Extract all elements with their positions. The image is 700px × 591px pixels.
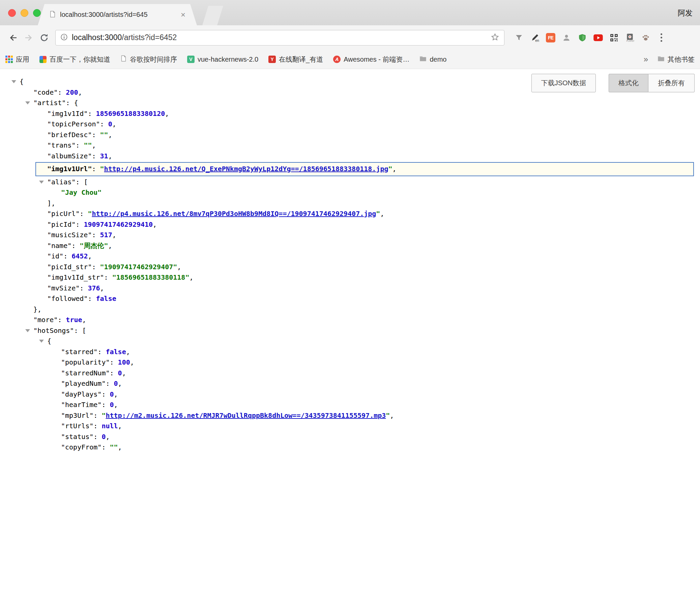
bookmark-item-apps[interactable]: 应用 bbox=[5, 55, 29, 64]
collapse-all-button[interactable]: 折叠所有 bbox=[648, 74, 695, 92]
translate-pen-icon[interactable]: en bbox=[529, 32, 541, 43]
reload-button[interactable] bbox=[36, 30, 52, 45]
bookmarks-bar: 应用 百度一下，你就知道 谷歌按时间排序 V vue-hackernews-2.… bbox=[0, 50, 700, 69]
json-line: "id": 6452, bbox=[0, 251, 700, 262]
json-line: ], bbox=[0, 198, 700, 209]
browser-tab[interactable]: localhost:3000/artists?id=645 × bbox=[38, 4, 197, 25]
fe-icon[interactable]: FE bbox=[545, 32, 556, 43]
bookmark-item-demo[interactable]: demo bbox=[419, 55, 446, 63]
collapse-arrow-icon[interactable] bbox=[11, 80, 16, 83]
json-line: "picId_str": "19097417462929407", bbox=[0, 262, 700, 273]
json-line: "img1v1Id_str": "18569651883380118", bbox=[0, 272, 700, 283]
window-controls bbox=[8, 9, 41, 17]
apps-grid-icon bbox=[5, 56, 13, 63]
json-line: "topicPerson": 0, bbox=[0, 119, 700, 130]
bookmark-label: 百度一下，你就知道 bbox=[50, 55, 110, 64]
other-bookmarks-label: 其他书签 bbox=[668, 55, 695, 64]
page-favicon-icon bbox=[49, 10, 56, 19]
extensions-row: en FE PLAYER bbox=[513, 32, 667, 43]
json-line: "picId": 19097417462929410, bbox=[0, 219, 700, 230]
json-line: "rtUrls": null, bbox=[0, 421, 700, 432]
person-icon[interactable] bbox=[561, 32, 572, 43]
profile-name[interactable]: 阿发 bbox=[678, 8, 693, 18]
tab-close-icon[interactable]: × bbox=[181, 11, 185, 19]
bookmark-star-icon[interactable] bbox=[491, 33, 499, 43]
bookmarks-right: » 其他书签 bbox=[644, 55, 695, 64]
json-line: "popularity": 100, bbox=[0, 357, 700, 368]
baidu-favicon-icon bbox=[39, 56, 47, 63]
json-line: "name": "周杰伦", bbox=[0, 241, 700, 251]
json-line-highlighted: "img1v1Url": "http://p4.music.126.net/Q_… bbox=[35, 162, 694, 176]
json-line: "alias": [ bbox=[0, 177, 700, 188]
bookmark-item-awesomes[interactable]: A Awesomes - 前端资… bbox=[333, 55, 409, 64]
collapse-arrow-icon[interactable] bbox=[39, 340, 44, 343]
format-button[interactable]: 格式化 bbox=[609, 74, 648, 92]
player-icon[interactable]: PLAYER bbox=[624, 32, 636, 43]
url-host: localhost:3000 bbox=[72, 33, 122, 42]
json-line: "img1v1Id": 18569651883380120, bbox=[0, 108, 700, 119]
shield-icon[interactable] bbox=[577, 32, 588, 43]
json-line: "picUrl": "http://p4.music.126.net/8mv7q… bbox=[0, 209, 700, 219]
vue-favicon-icon: V bbox=[187, 56, 195, 63]
json-line: "mvSize": 376, bbox=[0, 283, 700, 294]
bookmark-label: 在线翻译_有道 bbox=[279, 55, 323, 64]
back-button[interactable] bbox=[5, 30, 21, 45]
svg-text:en: en bbox=[535, 38, 539, 42]
svg-text:PLAYER: PLAYER bbox=[626, 40, 634, 42]
bookmark-item-baidu[interactable]: 百度一下，你就知道 bbox=[39, 55, 110, 64]
json-line: "playedNum": 0, bbox=[0, 378, 700, 389]
json-line: "albumSize": 31, bbox=[0, 151, 700, 162]
bookmark-label: vue-hackernews-2.0 bbox=[198, 56, 258, 63]
page-content: 下载JSON数据 格式化 折叠所有 {"code": 200,"artist":… bbox=[0, 69, 700, 591]
collapse-arrow-icon[interactable] bbox=[25, 329, 30, 332]
flag-icon[interactable] bbox=[513, 32, 525, 43]
json-tree[interactable]: {"code": 200,"artist": {"img1v1Id": 1856… bbox=[0, 69, 700, 453]
bookmark-label: Awesomes - 前端资… bbox=[344, 55, 409, 64]
bookmark-item-youdao[interactable]: Y 在线翻译_有道 bbox=[268, 55, 323, 64]
browser-menu-icon[interactable] bbox=[656, 32, 667, 43]
fullscreen-window-button[interactable] bbox=[33, 9, 41, 17]
minimize-window-button[interactable] bbox=[21, 9, 28, 17]
forward-button[interactable] bbox=[21, 30, 36, 45]
folder-icon bbox=[419, 55, 427, 63]
collapse-arrow-icon[interactable] bbox=[39, 181, 44, 184]
json-line: }, bbox=[0, 304, 700, 315]
url-path: /artists?id=6452 bbox=[122, 33, 177, 42]
paw-icon[interactable] bbox=[640, 32, 651, 43]
youtube-icon[interactable] bbox=[592, 32, 604, 43]
navigation-bar: localhost:3000/artists?id=6452 en FE bbox=[0, 25, 700, 50]
json-line: "Jay Chou" bbox=[0, 187, 700, 198]
bookmark-label: demo bbox=[430, 56, 446, 63]
collapse-arrow-icon[interactable] bbox=[25, 101, 30, 104]
json-line: "mp3Url": "http://m2.music.126.net/RMJR7… bbox=[0, 410, 700, 421]
json-url-link[interactable]: http://p4.music.126.net/8mv7qP30Pd3oHW8b… bbox=[92, 210, 376, 218]
download-json-button[interactable]: 下载JSON数据 bbox=[531, 74, 596, 92]
new-tab-button[interactable] bbox=[202, 6, 223, 25]
json-line: "hearTime": 0, bbox=[0, 400, 700, 410]
json-line: "more": true, bbox=[0, 315, 700, 325]
json-line: "musicSize": 517, bbox=[0, 230, 700, 241]
json-line: "status": 0, bbox=[0, 432, 700, 442]
bookmarks-overflow-chevron-icon[interactable]: » bbox=[644, 55, 648, 64]
bookmark-label: 应用 bbox=[16, 55, 29, 64]
json-url-link[interactable]: http://m2.music.126.net/RMJR7wDullRqppBk… bbox=[106, 411, 386, 419]
bookmark-item-vue[interactable]: V vue-hackernews-2.0 bbox=[187, 56, 258, 63]
other-bookmarks-folder[interactable]: 其他书签 bbox=[658, 55, 695, 64]
json-line: "briefDesc": "", bbox=[0, 130, 700, 141]
fe-badge-label: FE bbox=[546, 33, 555, 42]
json-url-link[interactable]: http://p4.music.126.net/Q_ExePNkmgB2yWyL… bbox=[104, 165, 388, 173]
titlebar: localhost:3000/artists?id=645 × 阿发 bbox=[0, 0, 700, 25]
folder-icon bbox=[658, 55, 665, 63]
bookmark-item-google-sort[interactable]: 谷歌按时间排序 bbox=[120, 55, 177, 64]
json-viewer-toolbar: 下载JSON数据 格式化 折叠所有 bbox=[531, 74, 695, 92]
address-bar[interactable]: localhost:3000/artists?id=6452 bbox=[55, 30, 504, 45]
json-line: "artist": { bbox=[0, 98, 700, 108]
qrcode-icon[interactable] bbox=[608, 32, 620, 43]
url-text[interactable]: localhost:3000/artists?id=6452 bbox=[72, 33, 487, 42]
tab-title: localhost:3000/artists?id=645 bbox=[60, 11, 177, 19]
page-info-icon[interactable] bbox=[60, 33, 68, 42]
json-line: "dayPlays": 0, bbox=[0, 389, 700, 400]
view-mode-segment: 格式化 折叠所有 bbox=[609, 74, 695, 92]
close-window-button[interactable] bbox=[8, 9, 16, 17]
json-line: "starred": false, bbox=[0, 347, 700, 357]
